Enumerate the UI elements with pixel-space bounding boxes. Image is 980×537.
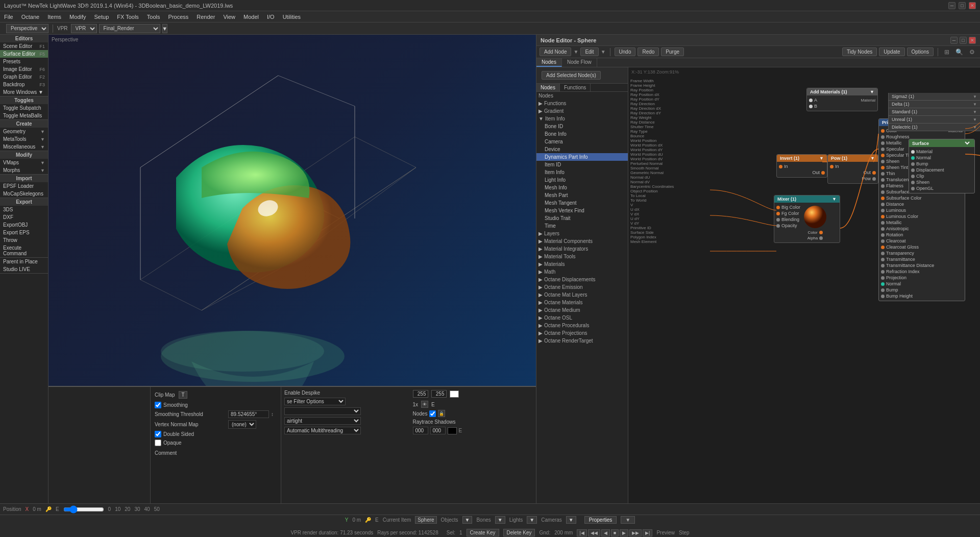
add-node-button[interactable]: Add Node — [540, 47, 571, 56]
nl-tab-nodes[interactable]: Nodes — [536, 84, 560, 91]
sidebar-presets[interactable]: Presets — [0, 58, 48, 65]
surface-bump-dot[interactable] — [911, 162, 915, 166]
menu-io[interactable]: I/O — [263, 13, 279, 21]
bsdf-translucency-dot[interactable] — [881, 178, 885, 182]
invert-in-dot[interactable] — [779, 165, 782, 168]
vertex-normal-map-dropdown[interactable]: (none) — [228, 420, 256, 429]
undo-button[interactable]: Undo — [615, 47, 636, 56]
edit-button[interactable]: Edit — [580, 47, 598, 56]
sidebar-export-obj[interactable]: ExportOBJ — [0, 221, 48, 229]
add-materials-toggle[interactable]: ▼ — [870, 89, 874, 94]
ne-zoom-fit-icon[interactable]: ⊞ — [942, 48, 951, 56]
bsdf-transmit-dist-dot[interactable] — [881, 264, 885, 267]
minimize-button[interactable]: ─ — [948, 2, 955, 9]
surface-normal-dot[interactable] — [911, 156, 915, 160]
menu-utilities[interactable]: Utilities — [279, 13, 305, 21]
pow-out-dot[interactable] — [872, 171, 876, 175]
another-dropdown[interactable] — [284, 407, 361, 415]
nl-item-material-components[interactable]: ▶Material Components — [536, 237, 628, 245]
color-swatch[interactable] — [450, 390, 459, 398]
bsdf-bump-dot[interactable] — [881, 288, 885, 292]
go-to-start-button[interactable]: |◀ — [577, 529, 586, 536]
x-key-icon[interactable]: 🔑 — [45, 506, 52, 512]
x-e-label[interactable]: E — [56, 506, 59, 512]
standard-expand[interactable]: ▼ — [973, 110, 977, 114]
invert-node[interactable]: Invert (1) ▼ In Out — [776, 154, 827, 178]
menu-fx-tools[interactable]: FX Tools — [113, 13, 143, 21]
bsdf-lumcol-dot[interactable] — [881, 215, 885, 218]
stop-button[interactable]: ■ — [611, 529, 619, 536]
delta-expand[interactable]: ▼ — [973, 102, 977, 107]
nl-item-item-info[interactable]: ▼ Item Info — [536, 115, 628, 123]
pow-pow-dot[interactable] — [872, 177, 876, 181]
sidebar-morphs[interactable]: Morphs▼ — [0, 166, 48, 174]
ne-minimize-button[interactable]: ─ — [950, 37, 958, 44]
bsdf-roughness-dot[interactable] — [881, 135, 885, 139]
bsdf-normal-dot[interactable] — [881, 282, 885, 286]
bsdf-trans-dot[interactable] — [881, 252, 885, 255]
nl-item-materials[interactable]: ▶Materials — [536, 260, 628, 268]
filter-options-dropdown[interactable]: se Filter Options — [284, 398, 346, 405]
nl-child-bone-id[interactable]: Bone ID — [536, 123, 628, 130]
sidebar-graph-editor[interactable]: Graph EditorF2 — [0, 73, 48, 81]
play-button[interactable]: ▶ — [620, 529, 628, 536]
delete-key-button[interactable]: Delete Key — [503, 529, 535, 536]
bsdf-subsurface-dot[interactable] — [881, 190, 885, 194]
menu-items[interactable]: Items — [43, 13, 65, 21]
redo-button[interactable]: Redo — [638, 47, 659, 56]
maximize-button[interactable]: □ — [959, 2, 966, 9]
nl-item-material-integrators[interactable]: ▶Material Integrators — [536, 245, 628, 253]
raytrace-g-value[interactable]: 000 — [430, 427, 446, 434]
smoothing-checkbox[interactable] — [155, 402, 161, 408]
surface-sheen-dot[interactable] — [911, 181, 915, 184]
bsdf-transmit-dot[interactable] — [881, 258, 885, 261]
sidebar-toggle-subpatch[interactable]: Toggle Subpatch — [0, 104, 48, 112]
bsdf-flatness-dot[interactable] — [881, 184, 885, 188]
lights-dropdown[interactable]: ▼ — [527, 516, 537, 524]
bsdf-refract-dot[interactable] — [881, 270, 885, 274]
double-sided-checkbox[interactable] — [155, 431, 161, 437]
pow-in-dot[interactable] — [830, 165, 834, 168]
nl-item-octane-displacements[interactable]: ▶Octane Displacements — [536, 276, 628, 283]
ne-search-icon[interactable]: 🔍 — [953, 48, 965, 56]
sidebar-surface-editor[interactable]: Surface EditorF5 — [0, 50, 48, 58]
close-button[interactable]: ✕ — [969, 2, 976, 9]
invert-out-dot[interactable] — [821, 171, 825, 175]
smoothing-threshold-value[interactable]: 89.524655° — [228, 410, 269, 418]
bsdf-thin-dot[interactable] — [881, 172, 885, 176]
mixer-fgcolor-dot[interactable] — [776, 212, 780, 215]
menu-tools[interactable]: Tools — [143, 13, 164, 21]
sidebar-export-eps[interactable]: Export EPS — [0, 229, 48, 236]
sigma-expand[interactable]: ▼ — [973, 94, 977, 99]
menu-render[interactable]: Render — [192, 13, 219, 21]
add-mat-a-dot[interactable] — [809, 99, 813, 102]
nl-child-mesh-tangent[interactable]: Mesh Tangent — [536, 199, 628, 207]
sidebar-more-windows[interactable]: More Windows ▼ — [0, 88, 48, 96]
color-r-value[interactable]: 255 — [413, 390, 428, 398]
y-e-label[interactable]: E — [375, 517, 379, 523]
tab-node-flow[interactable]: Node Flow — [562, 58, 597, 67]
nl-child-item-id[interactable]: Item ID — [536, 161, 628, 168]
bsdf-cc-dot[interactable] — [881, 239, 885, 243]
play-reverse-button[interactable]: ◀ — [601, 529, 610, 536]
bsdf-spectint-dot[interactable] — [881, 154, 885, 157]
pow-node[interactable]: Pow (1) ▼ In Out — [827, 154, 878, 184]
sidebar-geometry[interactable]: Geometry▼ — [0, 128, 48, 135]
menu-modify[interactable]: Modify — [65, 13, 90, 21]
surface-output-node[interactable]: Surface Material — [909, 139, 975, 193]
bsdf-metallic2-dot[interactable] — [881, 221, 885, 225]
sidebar-parent-in-place[interactable]: Parent in Place — [0, 258, 48, 265]
properties-tab[interactable]: Properties — [584, 516, 617, 524]
invert-node-toggle[interactable]: ▼ — [819, 156, 824, 161]
smoothing-threshold-icon[interactable]: ↕ — [271, 411, 274, 417]
sidebar-backdrop[interactable]: BackdropF3 — [0, 81, 48, 88]
raytrace-r-value[interactable]: 000 — [413, 427, 428, 434]
edit-dropdown-arrow[interactable]: ▼ — [601, 49, 606, 55]
pow-node-toggle[interactable]: ▼ — [870, 156, 875, 161]
add-node-dropdown-arrow[interactable]: ▼ — [573, 49, 578, 55]
purge-button[interactable]: Purge — [661, 47, 684, 56]
sidebar-vmaps[interactable]: VMaps▼ — [0, 159, 48, 166]
opaque-checkbox[interactable] — [155, 440, 161, 446]
mixer-alpha-dot[interactable] — [819, 236, 823, 240]
mixer-node-toggle[interactable]: ▼ — [832, 197, 837, 202]
